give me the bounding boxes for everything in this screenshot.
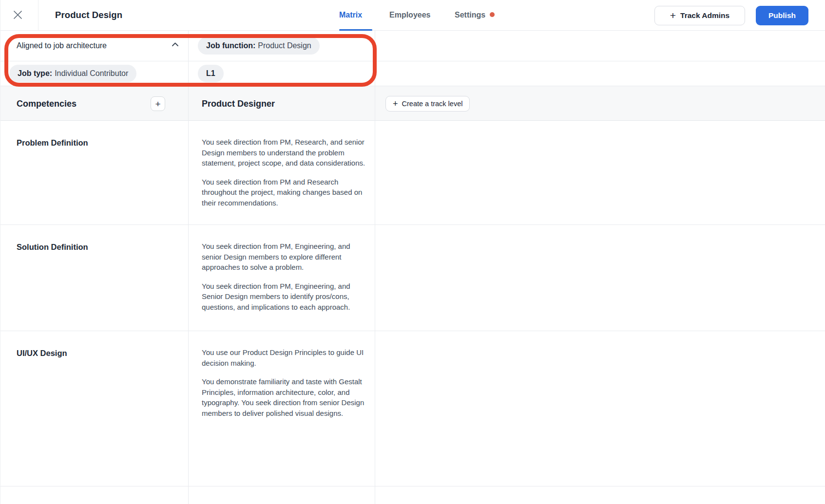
- matrix-header-row: Competencies + Product Designer + Create…: [0, 86, 825, 121]
- job-type-pill-value: Individual Contributor: [55, 69, 128, 78]
- competency-name: UI/UX Design: [17, 349, 67, 358]
- job-function-pill-value: Product Design: [258, 41, 311, 50]
- competency-row-ui-ux-design: UI/UX Design You use our Product Design …: [0, 331, 825, 486]
- settings-notification-dot: [490, 12, 495, 17]
- plus-icon: +: [670, 10, 676, 20]
- job-type-pill[interactable]: Job type: Individual Contributor: [9, 65, 136, 82]
- publish-button[interactable]: Publish: [756, 6, 808, 25]
- collapse-filters-button[interactable]: [169, 39, 181, 52]
- tab-matrix[interactable]: Matrix: [339, 0, 362, 30]
- tab-settings-label: Settings: [455, 11, 485, 19]
- chevron-up-icon: [171, 40, 179, 50]
- description-paragraph: You seek direction from PM, Engineering,…: [202, 281, 365, 313]
- alignment-status-label: Aligned to job architecture: [17, 31, 107, 61]
- level-pill[interactable]: L1: [198, 65, 224, 82]
- description-paragraph: You seek direction from PM and Research …: [202, 177, 365, 208]
- competency-row-solution-definition: Solution Definition You seek direction f…: [0, 225, 825, 331]
- track-admins-button[interactable]: + Track Admins: [654, 6, 745, 25]
- competency-description-cell[interactable]: You seek direction from PM, Research, an…: [202, 137, 365, 208]
- page-title: Product Design: [55, 0, 122, 30]
- track-level-header: Product Designer: [202, 86, 275, 121]
- close-icon: [13, 10, 22, 21]
- topbar-divider: [38, 0, 38, 30]
- job-function-pill-label: Job function:: [206, 41, 255, 50]
- top-bar: Product Design Matrix Employees Settings…: [0, 0, 825, 31]
- filter-row-divider: [0, 61, 825, 61]
- job-function-pill[interactable]: Job function: Product Design: [198, 37, 320, 55]
- active-tab-underline: [339, 29, 372, 31]
- job-type-pill-label: Job type:: [18, 69, 52, 78]
- matrix-editor-page: Product Design Matrix Employees Settings…: [0, 0, 825, 504]
- tab-employees[interactable]: Employees: [389, 0, 430, 30]
- competency-name: Problem Definition: [17, 138, 88, 148]
- create-track-level-label: Create a track level: [402, 100, 463, 108]
- competency-row-empty: [0, 486, 825, 504]
- create-track-level-button[interactable]: + Create a track level: [385, 96, 470, 112]
- competency-description-cell[interactable]: You seek direction from PM, Engineering,…: [202, 241, 365, 313]
- add-competency-button[interactable]: +: [151, 96, 165, 111]
- competency-row-problem-definition: Problem Definition You seek direction fr…: [0, 121, 825, 225]
- description-paragraph: You seek direction from PM, Research, an…: [202, 137, 365, 168]
- column-divider-1: [188, 31, 189, 504]
- tab-settings[interactable]: Settings: [455, 0, 495, 30]
- competency-description-cell[interactable]: You use our Product Design Principles to…: [202, 347, 365, 419]
- close-button[interactable]: [11, 9, 24, 22]
- column-divider-2: [375, 31, 375, 504]
- description-paragraph: You demonstrate familiarity and taste wi…: [202, 376, 365, 418]
- track-admins-label: Track Admins: [680, 11, 729, 20]
- plus-icon: +: [393, 99, 398, 108]
- description-paragraph: You seek direction from PM, Engineering,…: [202, 241, 365, 273]
- competencies-header: Competencies: [17, 86, 77, 121]
- description-paragraph: You use our Product Design Principles to…: [202, 347, 365, 368]
- competency-name: Solution Definition: [17, 243, 88, 252]
